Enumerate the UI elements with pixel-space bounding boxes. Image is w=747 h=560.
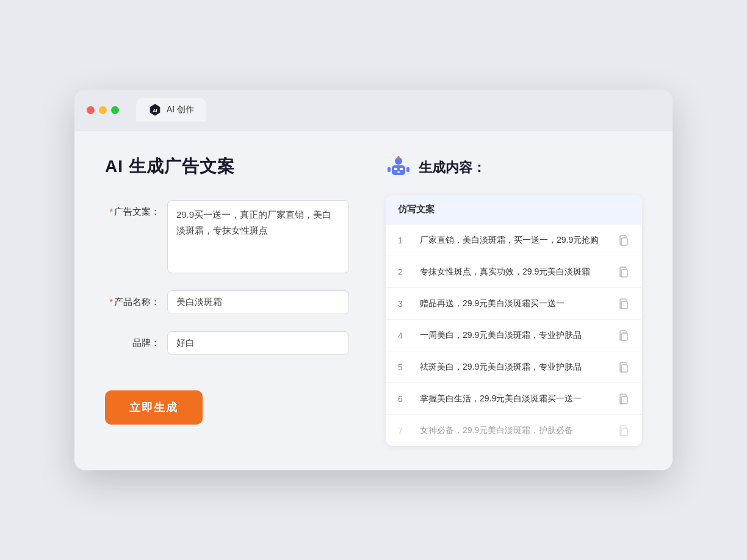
ad-copy-label: *广告文案： xyxy=(105,200,160,218)
ai-icon: AI xyxy=(148,103,162,117)
result-title: 生成内容： xyxy=(419,159,486,177)
svg-rect-15 xyxy=(621,365,627,372)
maximize-button[interactable] xyxy=(111,106,119,114)
row-number: 5 xyxy=(398,362,410,372)
svg-point-8 xyxy=(397,156,400,159)
generate-button[interactable]: 立即生成 xyxy=(105,390,203,425)
traffic-lights xyxy=(87,106,119,114)
copy-icon[interactable] xyxy=(618,298,630,310)
row-text: 赠品再送，29.9元美白淡斑霜买一送一 xyxy=(420,297,608,310)
row-text: 掌握美白生活，29.9元美白淡斑霜买一送一 xyxy=(420,392,608,405)
svg-rect-6 xyxy=(397,171,400,173)
robot-icon xyxy=(386,155,411,181)
copy-icon[interactable] xyxy=(618,266,630,278)
row-number: 6 xyxy=(398,394,410,404)
svg-rect-12 xyxy=(621,270,627,277)
main-layout: AI 生成广告文案 *广告文案： *产品名称： 品 xyxy=(105,155,642,446)
browser-content: AI 生成广告文案 *广告文案： *产品名称： 品 xyxy=(74,131,673,470)
table-row: 3赠品再送，29.9元美白淡斑霜买一送一 xyxy=(386,288,642,320)
row-number: 1 xyxy=(398,235,410,245)
product-name-label: *产品名称： xyxy=(105,290,160,308)
result-table: 仿写文案 1厂家直销，美白淡斑霜，买一送一，29.9元抢购 2专抹女性斑点，真实… xyxy=(386,195,642,446)
svg-rect-13 xyxy=(621,301,627,309)
svg-rect-5 xyxy=(400,168,403,170)
table-row: 2专抹女性斑点，真实功效，29.9元美白淡斑霜 xyxy=(386,256,642,288)
row-number: 2 xyxy=(398,267,410,277)
product-name-group: *产品名称： xyxy=(105,290,349,314)
copy-icon[interactable] xyxy=(618,393,630,405)
brand-input[interactable] xyxy=(167,331,349,355)
product-name-input[interactable] xyxy=(167,290,349,314)
table-row: 7女神必备，29.9元美白淡斑霜，护肤必备 xyxy=(386,415,642,446)
brand-label: 品牌： xyxy=(105,331,160,349)
row-number: 4 xyxy=(398,331,410,340)
svg-rect-14 xyxy=(621,333,627,340)
result-rows-container: 1厂家直销，美白淡斑霜，买一送一，29.9元抢购 2专抹女性斑点，真实功效，29… xyxy=(386,224,642,446)
right-panel: 生成内容： 仿写文案 1厂家直销，美白淡斑霜，买一送一，29.9元抢购 2专抹女… xyxy=(386,155,642,446)
required-star: * xyxy=(109,206,113,217)
svg-rect-4 xyxy=(394,168,397,170)
row-text: 一周美白，29.9元美白淡斑霜，专业护肤品 xyxy=(420,329,608,342)
svg-rect-16 xyxy=(621,397,627,404)
left-panel: AI 生成广告文案 *广告文案： *产品名称： 品 xyxy=(105,155,349,446)
required-star-2: * xyxy=(109,296,113,307)
browser-titlebar: AI AI 创作 xyxy=(74,90,673,131)
ad-copy-input[interactable] xyxy=(167,200,349,273)
browser-window: AI AI 创作 AI 生成广告文案 *广告文案： *产品 xyxy=(74,90,673,470)
svg-rect-11 xyxy=(621,238,627,245)
result-table-header: 仿写文案 xyxy=(386,195,642,224)
svg-rect-17 xyxy=(621,428,627,436)
row-text: 祛斑美白，29.9元美白淡斑霜，专业护肤品 xyxy=(420,361,608,373)
close-button[interactable] xyxy=(87,106,95,114)
table-row: 6掌握美白生活，29.9元美白淡斑霜买一送一 xyxy=(386,383,642,415)
svg-rect-3 xyxy=(392,165,405,175)
browser-tab[interactable]: AI AI 创作 xyxy=(136,98,206,121)
row-number: 7 xyxy=(398,426,410,436)
result-header: 生成内容： xyxy=(386,155,642,181)
table-row: 4一周美白，29.9元美白淡斑霜，专业护肤品 xyxy=(386,320,642,351)
row-number: 3 xyxy=(398,299,410,309)
row-text: 专抹女性斑点，真实功效，29.9元美白淡斑霜 xyxy=(420,265,608,278)
minimize-button[interactable] xyxy=(99,106,107,114)
copy-icon[interactable] xyxy=(618,329,630,342)
row-text: 厂家直销，美白淡斑霜，买一送一，29.9元抢购 xyxy=(420,234,608,246)
table-row: 1厂家直销，美白淡斑霜，买一送一，29.9元抢购 xyxy=(386,224,642,256)
brand-group: 品牌： xyxy=(105,331,349,355)
copy-icon[interactable] xyxy=(618,425,630,437)
svg-text:AI: AI xyxy=(153,108,157,113)
table-row: 5祛斑美白，29.9元美白淡斑霜，专业护肤品 xyxy=(386,351,642,383)
row-text: 女神必备，29.9元美白淡斑霜，护肤必备 xyxy=(420,424,608,437)
ad-copy-group: *广告文案： xyxy=(105,200,349,273)
copy-icon[interactable] xyxy=(618,234,630,246)
copy-icon[interactable] xyxy=(618,361,630,373)
page-title: AI 生成广告文案 xyxy=(105,155,349,178)
tab-label: AI 创作 xyxy=(167,104,194,115)
svg-rect-10 xyxy=(406,167,410,172)
svg-rect-9 xyxy=(388,167,391,172)
